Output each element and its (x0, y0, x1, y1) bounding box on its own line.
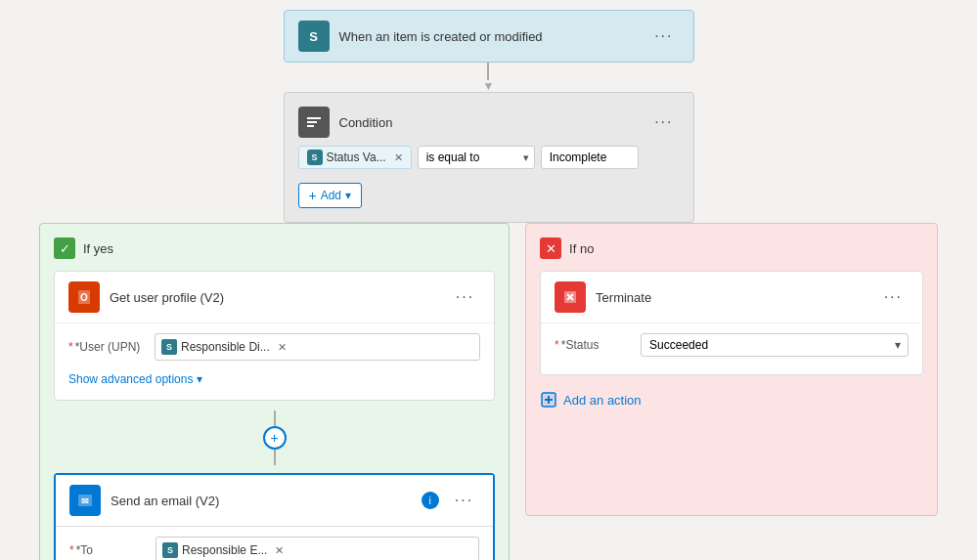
condition-icon-svg (305, 113, 323, 131)
branch-no-title: If no (569, 241, 594, 256)
svg-text:O: O (80, 292, 88, 303)
send-email-body: *To S Responsible E... ✕ *Subject (56, 527, 493, 560)
token-chip-label: Status Va... (327, 151, 386, 164)
status-field-row: *Status Succeeded Failed Cancelled (555, 333, 909, 357)
close-icon: ✕ (546, 241, 556, 256)
svg-rect-0 (307, 117, 321, 119)
terminate-card: Terminate ··· *Status Succeeded Failed C… (540, 271, 923, 375)
add-action-icon (540, 391, 557, 409)
add-action-label: Add an action (563, 393, 642, 408)
add-chevron-icon: ▾ (345, 189, 351, 202)
trigger-card: S When an item is created or modified ··… (284, 10, 694, 63)
info-icon[interactable]: i (422, 492, 439, 509)
terminate-title: Terminate (596, 290, 868, 305)
get-user-card: O Get user profile (V2) ··· *User (UPN) … (54, 271, 495, 401)
add-label: Add (321, 189, 341, 202)
send-email-ellipsis[interactable]: ··· (449, 490, 479, 511)
condition-ellipsis[interactable]: ··· (648, 111, 679, 133)
terminate-body: *Status Succeeded Failed Cancelled (541, 323, 922, 374)
show-advanced-chevron: ▾ (197, 372, 202, 386)
condition-icon (298, 107, 330, 138)
office-icon: O (68, 281, 100, 313)
branch-yes-title: If yes (83, 241, 113, 256)
branch-row: ✓ If yes O Get user profile (V2) ··· (20, 223, 957, 560)
svg-text:✉: ✉ (81, 496, 89, 506)
get-user-body: *User (UPN) S Responsible Di... ✕ Show a… (55, 323, 494, 400)
show-advanced-label: Show advanced options (68, 372, 193, 386)
condition-operator-select[interactable]: is equal to is not equal to contains (418, 146, 535, 169)
status-select[interactable]: Succeeded Failed Cancelled (641, 333, 909, 357)
branch-yes-icon: ✓ (54, 237, 75, 259)
to-token-icon: S (162, 542, 178, 558)
add-step-button[interactable]: + (263, 426, 287, 450)
upn-token-field[interactable]: S Responsible Di... ✕ (155, 333, 480, 361)
condition-header: Condition ··· (298, 107, 680, 138)
to-token-field[interactable]: S Responsible E... ✕ (155, 537, 479, 560)
condition-token-chip[interactable]: S Status Va... ✕ (298, 146, 412, 169)
upn-token-close[interactable]: ✕ (278, 341, 287, 354)
send-email-card: ✉ Send an email (V2) i ··· *To S (54, 473, 495, 560)
add-plus-icon: + (309, 188, 317, 203)
show-advanced-link[interactable]: Show advanced options ▾ (68, 368, 480, 390)
send-email-header: ✉ Send an email (V2) i ··· (56, 475, 493, 527)
to-label: *To (69, 543, 148, 557)
get-user-ellipsis[interactable]: ··· (450, 286, 480, 308)
token-chip-close[interactable]: ✕ (394, 151, 403, 164)
to-field-row: *To S Responsible E... ✕ (69, 537, 479, 560)
outlook-icon: ✉ (69, 485, 101, 516)
check-icon: ✓ (60, 241, 70, 256)
upn-token-icon: S (161, 339, 177, 355)
svg-rect-1 (307, 121, 317, 123)
branch-no-icon: ✕ (540, 237, 561, 259)
connector-line-2 (274, 450, 276, 465)
condition-row: S Status Va... ✕ is equal to is not equa… (298, 146, 639, 169)
condition-value-input[interactable] (541, 146, 639, 169)
get-user-title: Get user profile (V2) (110, 290, 440, 305)
connector-line (274, 410, 276, 426)
trigger-ellipsis[interactable]: ··· (648, 25, 679, 47)
status-select-wrapper: Succeeded Failed Cancelled (641, 333, 909, 357)
trigger-icon-letter: S (309, 29, 318, 44)
condition-title: Condition (339, 115, 640, 130)
condition-add-button[interactable]: + Add ▾ (298, 183, 363, 208)
upn-token-label: Responsible Di... (181, 340, 270, 354)
trigger-icon: S (298, 21, 330, 52)
arrow-connector-1 (483, 63, 495, 92)
status-label: *Status (555, 338, 633, 352)
upn-field-row: *User (UPN) S Responsible Di... ✕ (68, 333, 480, 361)
condition-operator-wrapper: is equal to is not equal to contains (418, 146, 535, 169)
token-chip-icon: S (307, 150, 323, 165)
get-user-header: O Get user profile (V2) ··· (55, 272, 494, 323)
send-email-title: Send an email (V2) (111, 494, 412, 508)
terminate-ellipsis[interactable]: ··· (878, 286, 909, 308)
terminate-icon (555, 281, 586, 313)
branch-no-header: ✕ If no (540, 237, 923, 259)
svg-rect-2 (307, 125, 314, 127)
add-action-button[interactable]: Add an action (540, 385, 923, 414)
branch-yes: ✓ If yes O Get user profile (V2) ··· (39, 223, 510, 560)
to-token-close[interactable]: ✕ (275, 544, 284, 557)
add-step-connector: + (54, 410, 495, 465)
condition-card: Condition ··· S Status Va... ✕ is equal … (284, 92, 694, 223)
branch-yes-header: ✓ If yes (54, 237, 495, 259)
terminate-header: Terminate ··· (541, 272, 922, 323)
branch-no: ✕ If no Terminate ··· (525, 223, 938, 516)
to-token-label: Responsible E... (182, 543, 267, 557)
upn-label: *User (UPN) (68, 340, 147, 354)
trigger-title: When an item is created or modified (339, 29, 640, 44)
